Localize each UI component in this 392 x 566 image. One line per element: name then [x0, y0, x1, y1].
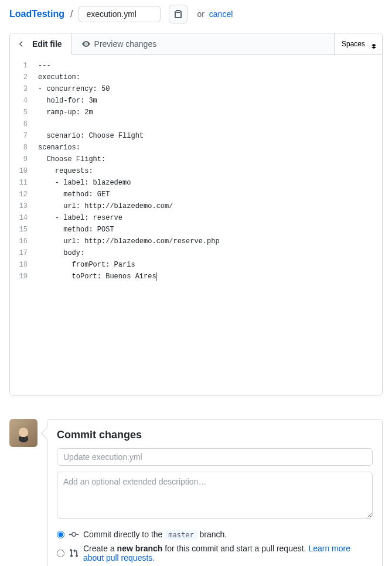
radio-new-branch-input[interactable]	[57, 550, 64, 557]
commit-section: Commit changes Commit directly to the ma…	[0, 410, 392, 566]
line-gutter: 12345678910111213141516171819	[10, 55, 33, 395]
editor-tabs: Edit file Preview changes Spaces	[10, 33, 382, 55]
code-icon	[19, 39, 29, 49]
code-lines[interactable]: ---execution:- concurrency: 50 hold-for:…	[33, 55, 382, 395]
file-path-header: LoadTesting / or cancel	[0, 0, 392, 28]
tab-edit-file[interactable]: Edit file	[10, 33, 72, 55]
indent-mode-select-wrap: Spaces	[334, 33, 382, 54]
radio-direct-text: Commit directly to the master branch.	[83, 530, 227, 539]
radio-commit-direct[interactable]: Commit directly to the master branch.	[57, 527, 373, 541]
editor-container: Edit file Preview changes Spaces 1234567…	[9, 33, 383, 395]
git-commit-icon	[69, 530, 79, 539]
commit-summary-input[interactable]	[57, 448, 373, 466]
tab-edit-label: Edit file	[32, 39, 62, 49]
clipboard-icon	[173, 9, 183, 19]
radio-direct-input[interactable]	[57, 531, 64, 538]
commit-heading: Commit changes	[57, 429, 373, 441]
cancel-link[interactable]: cancel	[209, 9, 233, 19]
radio-new-branch-text: Create a new branch for this commit and …	[83, 544, 373, 562]
path-separator: /	[70, 9, 73, 19]
radio-new-branch[interactable]: Create a new branch for this commit and …	[57, 541, 373, 565]
branch-badge: master	[165, 530, 197, 540]
eye-icon	[81, 39, 91, 49]
tab-preview-changes[interactable]: Preview changes	[72, 33, 166, 54]
filename-input[interactable]	[79, 6, 161, 22]
indent-mode-select[interactable]: Spaces	[335, 33, 382, 54]
or-text: or	[197, 9, 204, 19]
avatar[interactable]	[9, 419, 38, 447]
copy-path-button[interactable]	[169, 5, 188, 23]
code-editor[interactable]: 12345678910111213141516171819 ---executi…	[10, 55, 382, 395]
repo-link[interactable]: LoadTesting	[9, 9, 64, 19]
commit-form: Commit changes Commit directly to the ma…	[47, 419, 383, 566]
commit-description-textarea[interactable]	[57, 472, 373, 519]
git-pull-request-icon	[69, 548, 79, 558]
tab-preview-label: Preview changes	[94, 39, 157, 49]
